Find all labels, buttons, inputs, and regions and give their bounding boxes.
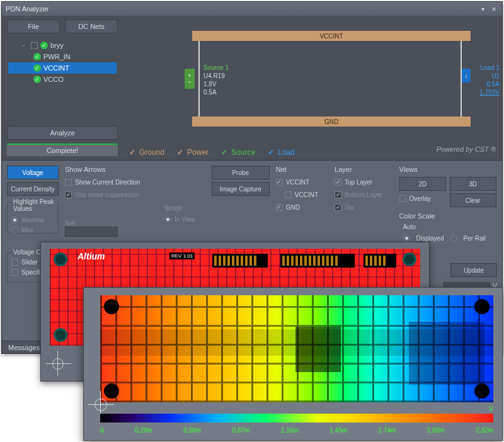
upper-region: File DC Nets – ✓ bryy ✓ PWR_IN ✓ VCCINT	[2, 16, 502, 161]
highlight-label: Highlight Peak Values	[11, 198, 58, 212]
axis-gizmo-icon[interactable]	[46, 351, 71, 376]
mounting-hole-icon	[474, 299, 490, 314]
in-view-radio	[164, 216, 171, 223]
load-current: 0.5A	[479, 80, 500, 88]
messages-tab[interactable]: Messages	[2, 341, 46, 353]
colorbar-unit: V	[489, 405, 493, 412]
layer-group-label: Layer	[335, 166, 393, 173]
slider-checkbox[interactable]	[11, 259, 18, 266]
legend-ground[interactable]: ✓Ground	[128, 148, 164, 157]
check-icon: ✓	[33, 64, 41, 72]
heatmap-board	[100, 295, 493, 402]
mounting-hole-icon	[54, 252, 67, 266]
load-icon[interactable]: ↓	[462, 69, 471, 82]
collapse-icon[interactable]: –	[22, 42, 28, 48]
update-button[interactable]: Update	[450, 263, 497, 277]
legend-row: ✓Ground ✓Power ✓Source ✓Load	[128, 144, 295, 161]
bottom-rail[interactable]: GND	[192, 116, 471, 127]
via-checkbox: ✓	[335, 204, 341, 211]
mounting-hole-icon	[104, 299, 119, 314]
view-2d-button[interactable]: 2D	[399, 177, 446, 191]
net-vccint1-checkbox[interactable]: ✓	[276, 179, 283, 186]
window-title: PDN Analyzer	[6, 5, 49, 13]
powered-by: Powered by CST ®	[437, 145, 496, 153]
load-label[interactable]: Load 1 U1 0.5A 1.783V	[479, 64, 500, 96]
analyze-button[interactable]: Analyze	[7, 126, 118, 140]
net-group-label: Net	[276, 166, 328, 173]
analyze-status: Complete!	[7, 144, 118, 156]
legend-load[interactable]: ✓Load	[266, 148, 295, 157]
auto-label: Auto	[403, 224, 497, 230]
load-voltage: 1.783V	[479, 88, 500, 96]
net-tree[interactable]: – ✓ bryy ✓ PWR_IN ✓ VCCINT ✓ VCCO	[7, 37, 118, 122]
view-3d-button[interactable]: 3D	[450, 177, 496, 191]
mounting-hole-icon	[403, 252, 416, 266]
net-vccint2-checkbox[interactable]	[285, 191, 292, 198]
titlebar: PDN Analyzer ▾ ✕	[2, 2, 502, 16]
probe-button[interactable]: Probe	[212, 166, 270, 179]
schematic-canvas[interactable]: VCCINT GND +− Source 1 U4.R19 1.8V 0.5A …	[123, 16, 502, 160]
left-column: File DC Nets – ✓ bryy ✓ PWR_IN ✓ VCCINT	[2, 16, 123, 160]
net-filter-label: Net	[65, 220, 118, 227]
header-icon	[212, 254, 268, 268]
check-icon: ✓	[40, 42, 48, 49]
header-icon	[280, 254, 355, 268]
load-ref: U1	[479, 72, 500, 80]
show-arrows-label: Show Arrows	[65, 166, 158, 173]
voltage-toggle[interactable]: Voltage	[7, 166, 59, 179]
chip-silhouette-icon	[295, 327, 341, 372]
bottom-layer-checkbox: ✓	[335, 191, 341, 198]
header-icon	[364, 254, 396, 268]
wire-left	[198, 41, 200, 116]
altium-logo: Altium	[77, 251, 105, 261]
colorbar	[100, 414, 493, 422]
top-rail[interactable]: VCCINT	[192, 31, 471, 41]
source-title: Source 1	[203, 64, 229, 72]
maxima-radio[interactable]	[11, 217, 18, 224]
tree-checkbox[interactable]	[31, 42, 38, 49]
show-current-dir-checkbox[interactable]	[65, 179, 72, 186]
minima-radio[interactable]	[11, 227, 18, 234]
clear-button[interactable]: Clear	[450, 193, 496, 207]
image-capture-button[interactable]: Image Capture	[212, 182, 270, 196]
block-silhouette-icon	[409, 322, 484, 385]
top-layer-checkbox[interactable]: ✓	[335, 179, 341, 186]
legend-source[interactable]: ✓Source	[220, 148, 255, 157]
tree-item-vcco[interactable]: ✓ VCCO	[8, 74, 117, 85]
tree-root-label: bryy	[50, 42, 64, 49]
source-voltage: 1.8V	[203, 80, 229, 88]
net-gnd-checkbox[interactable]: ✓	[276, 204, 283, 211]
per-rail-radio[interactable]	[450, 235, 457, 242]
close-button[interactable]: ✕	[490, 4, 498, 13]
tree-item-label: VCCO	[43, 76, 64, 83]
net-filter-input[interactable]	[65, 227, 118, 237]
source-icon[interactable]: +−	[185, 69, 195, 89]
overlay-checkbox[interactable]	[399, 195, 406, 202]
scope-label: Scope	[164, 205, 205, 212]
rev-label: REV 1.01	[169, 252, 195, 259]
tree-root[interactable]: – ✓ bryy	[8, 40, 117, 51]
check-icon: ✓	[33, 76, 41, 83]
dc-nets-button[interactable]: DC Nets	[65, 20, 118, 33]
current-density-toggle[interactable]: Current Density	[7, 182, 59, 196]
displayed-radio[interactable]	[403, 235, 410, 242]
pcb-voltage-heatmap-view[interactable]: V 0 0.29m 0.58m 0.87m 1.16m 1.45m 1.74m …	[83, 287, 503, 441]
colorbar-ticks: 0 0.29m 0.58m 0.87m 1.16m 1.45m 1.74m 2.…	[100, 427, 493, 434]
load-title: Load 1	[479, 64, 500, 72]
views-label: Views	[399, 166, 497, 173]
tree-item-label: VCCINT	[43, 64, 69, 72]
noise-suppression-checkbox: ✓	[65, 191, 72, 198]
mounting-hole-icon	[54, 328, 67, 342]
file-button[interactable]: File	[7, 20, 60, 33]
source-ref: U4.R19	[203, 72, 229, 80]
source-label[interactable]: Source 1 U4.R19 1.8V 0.5A	[203, 64, 229, 96]
legend-power[interactable]: ✓Power	[176, 148, 209, 157]
source-current: 0.5A	[203, 88, 229, 96]
check-icon: ✓	[33, 53, 41, 60]
minimize-button[interactable]: ▾	[478, 4, 487, 13]
mounting-hole-icon	[474, 383, 490, 399]
color-scale-label: Color Scale	[399, 212, 497, 220]
tree-item-vccint[interactable]: ✓ VCCINT	[8, 62, 117, 74]
specific-checkbox[interactable]	[11, 269, 18, 276]
tree-item-pwrin[interactable]: ✓ PWR_IN	[8, 51, 117, 62]
